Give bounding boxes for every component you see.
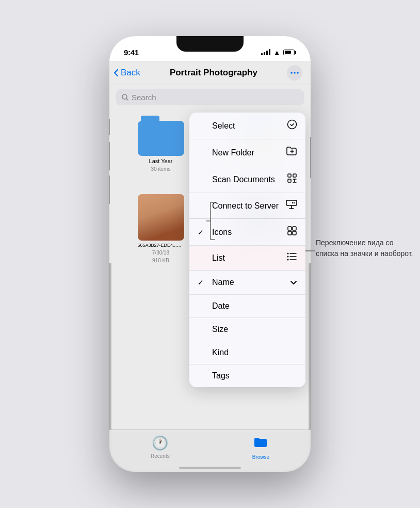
status-time: 9:41 bbox=[124, 48, 139, 57]
menu-item-kind[interactable]: Kind bbox=[189, 341, 305, 364]
menu-item-name[interactable]: ✓ Name bbox=[189, 271, 305, 295]
menu-label-name: Name bbox=[212, 278, 234, 287]
svg-rect-6 bbox=[293, 174, 296, 177]
list-view-icon bbox=[287, 252, 297, 263]
svg-point-10 bbox=[292, 202, 293, 203]
svg-point-15 bbox=[287, 253, 289, 255]
menu-label-list: List bbox=[212, 253, 225, 263]
menu-item-size[interactable]: Size bbox=[189, 318, 305, 341]
chevron-icon bbox=[290, 277, 297, 288]
menu-item-list[interactable]: List bbox=[189, 246, 305, 270]
menu-item-new-folder[interactable]: New Folder bbox=[189, 139, 305, 166]
dropdown-overlay: Select Ne bbox=[109, 61, 311, 472]
svg-point-16 bbox=[287, 256, 289, 258]
svg-point-4 bbox=[288, 120, 297, 129]
svg-point-17 bbox=[287, 259, 289, 261]
menu-item-date[interactable]: Date bbox=[189, 295, 305, 318]
icons-view-icon bbox=[287, 226, 297, 239]
select-icon bbox=[287, 119, 297, 132]
callout-bracket bbox=[206, 200, 219, 244]
scan-icon bbox=[287, 173, 297, 186]
menu-label-select: Select bbox=[212, 121, 235, 131]
menu-label-kind: Kind bbox=[212, 348, 229, 357]
menu-section-sort: ✓ Name Date bbox=[189, 271, 305, 387]
svg-rect-11 bbox=[288, 227, 292, 230]
menu-item-scan-docs[interactable]: Scan Documents bbox=[189, 166, 305, 193]
name-checkmark: ✓ bbox=[198, 278, 208, 287]
menu-label-new-folder: New Folder bbox=[212, 148, 254, 157]
wifi-icon: ▲ bbox=[273, 49, 280, 56]
menu-label-tags: Tags bbox=[212, 371, 230, 380]
menu-item-tags[interactable]: Tags bbox=[189, 364, 305, 387]
signal-icon bbox=[261, 49, 270, 55]
callout-text: Переключение вида со списка на значки и … bbox=[316, 239, 413, 258]
server-icon bbox=[286, 200, 297, 212]
callout-text-block: Переключение вида со списка на значки и … bbox=[316, 237, 414, 259]
new-folder-icon bbox=[286, 146, 297, 159]
dropdown-menu: Select Ne bbox=[189, 113, 305, 387]
svg-rect-14 bbox=[293, 231, 296, 235]
svg-point-9 bbox=[294, 202, 295, 203]
menu-item-select[interactable]: Select bbox=[189, 113, 305, 139]
svg-rect-8 bbox=[286, 200, 297, 205]
menu-label-connect-server: Connect to Server bbox=[212, 201, 279, 211]
svg-rect-5 bbox=[288, 174, 291, 177]
menu-label-date: Date bbox=[212, 301, 230, 311]
battery-icon bbox=[283, 50, 296, 55]
menu-label-scan-docs: Scan Documents bbox=[212, 175, 275, 184]
svg-rect-12 bbox=[293, 227, 296, 230]
status-icons: ▲ bbox=[261, 49, 296, 56]
svg-rect-7 bbox=[288, 179, 291, 182]
svg-rect-13 bbox=[288, 231, 292, 235]
menu-label-size: Size bbox=[212, 325, 228, 334]
